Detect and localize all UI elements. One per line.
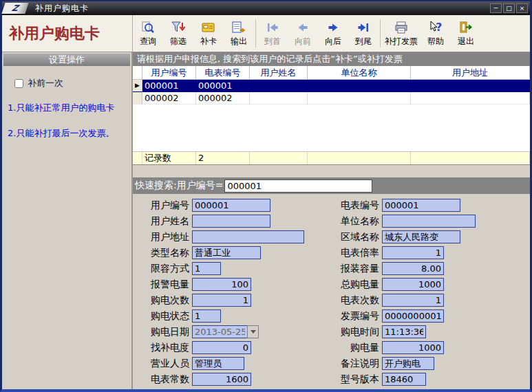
reprint-invoice-button[interactable]: 补打发票 bbox=[382, 15, 421, 52]
toolbar-buttons: 查询 筛选 补卡 输出 bbox=[133, 15, 481, 52]
purchase-time-field[interactable] bbox=[382, 325, 426, 338]
installed-capacity-label: 报装容量 bbox=[308, 263, 382, 275]
card-icon bbox=[201, 20, 216, 35]
meter-id-label: 电表编号 bbox=[308, 199, 382, 212]
go-last-button[interactable]: 到尾 bbox=[348, 15, 379, 52]
purchase-date-label: 购电日期 bbox=[133, 326, 192, 338]
toolbar-separator bbox=[380, 19, 381, 47]
user-name-label: 用户姓名 bbox=[133, 215, 192, 228]
remark-field[interactable] bbox=[382, 357, 434, 370]
purchase-count-field[interactable] bbox=[192, 294, 251, 307]
maximize-button[interactable]: □ bbox=[503, 3, 515, 13]
grid-col-user-address[interactable]: 用户地址 bbox=[411, 66, 530, 79]
invoice-no-field[interactable] bbox=[382, 309, 444, 323]
query-button[interactable]: 查询 bbox=[133, 15, 163, 52]
filter-button-label: 筛选 bbox=[170, 36, 187, 47]
meter-constant-field[interactable] bbox=[192, 373, 251, 386]
region-name-label: 区域名称 bbox=[308, 231, 382, 243]
table-row[interactable]: 000002 000002 bbox=[133, 92, 530, 105]
model-version-label: 型号版本 bbox=[308, 373, 382, 386]
installed-capacity-field[interactable] bbox=[382, 262, 444, 275]
user-address-label: 用户地址 bbox=[133, 231, 192, 243]
purchase-date-combo[interactable] bbox=[192, 325, 259, 338]
reprint-invoice-icon bbox=[394, 20, 409, 35]
operator-field[interactable] bbox=[192, 357, 244, 370]
first-icon bbox=[266, 20, 279, 35]
purchase-date-field[interactable] bbox=[192, 325, 247, 338]
purchase-status-label: 购电状态 bbox=[133, 310, 192, 323]
go-next-button[interactable]: 向后 bbox=[318, 15, 348, 52]
cell-user-id[interactable]: 000001 bbox=[142, 80, 196, 92]
reprint-invoice-button-label: 补打发票 bbox=[385, 36, 418, 47]
meter-constant-label: 电表常数 bbox=[133, 373, 192, 386]
grid-col-meter-id[interactable]: 电表编号 bbox=[196, 66, 250, 79]
user-name-field[interactable] bbox=[192, 215, 270, 228]
next-icon bbox=[326, 20, 340, 35]
table-row[interactable]: ▶ 000001 000001 bbox=[133, 80, 530, 92]
chevron-down-icon[interactable] bbox=[247, 325, 259, 338]
app-window: Z 补用户购电卡 ─ □ × 补用户购电卡 查询 筛选 bbox=[0, 0, 532, 392]
total-energy-field[interactable] bbox=[382, 278, 444, 291]
reissue-card-button[interactable]: 补卡 bbox=[193, 15, 224, 52]
quick-search-label: 快速搜索:用户编号= bbox=[135, 179, 223, 192]
go-next-button-label: 向后 bbox=[325, 36, 341, 47]
close-button[interactable]: × bbox=[516, 3, 528, 13]
cell-meter-id[interactable]: 000001 bbox=[196, 80, 250, 92]
adjust-energy-field[interactable] bbox=[192, 341, 251, 354]
grid-empty-area bbox=[133, 105, 530, 151]
record-count-selector-cell bbox=[133, 152, 142, 164]
type-name-field[interactable] bbox=[192, 246, 261, 259]
prev-once-checkbox-row[interactable]: 补前一次 bbox=[14, 77, 130, 89]
cell-user-address[interactable] bbox=[411, 80, 530, 92]
limit-mode-field[interactable] bbox=[192, 262, 221, 275]
model-version-field[interactable] bbox=[382, 373, 426, 386]
quick-search-input[interactable] bbox=[224, 179, 372, 193]
filter-icon bbox=[171, 20, 186, 35]
query-button-label: 查询 bbox=[140, 36, 156, 47]
exit-icon bbox=[458, 20, 474, 35]
cell-meter-id[interactable]: 000002 bbox=[196, 92, 250, 105]
minimize-button[interactable]: ─ bbox=[490, 3, 502, 13]
meter-ratio-field[interactable] bbox=[382, 246, 444, 259]
current-row-marker-icon: ▶ bbox=[133, 80, 142, 92]
cell-user-name[interactable] bbox=[250, 92, 308, 105]
grid-col-user-name[interactable]: 用户姓名 bbox=[250, 66, 308, 79]
unit-name-field[interactable] bbox=[382, 215, 476, 228]
sidebar-note-1: 1.只能补正常用户的购电卡 bbox=[8, 102, 126, 115]
alarm-energy-label: 报警电量 bbox=[133, 279, 192, 291]
adjust-energy-label: 找补电度 bbox=[133, 342, 192, 354]
help-icon: ? bbox=[428, 20, 443, 35]
go-first-button-label: 到首 bbox=[264, 36, 281, 47]
purchase-status-field[interactable] bbox=[192, 309, 221, 323]
sidebar-note-2: 2.只能补打最后一次发票。 bbox=[8, 127, 126, 140]
region-name-field[interactable] bbox=[382, 230, 460, 243]
grid-col-unit-name[interactable]: 单位名称 bbox=[308, 66, 411, 79]
go-first-button: 到首 bbox=[257, 15, 288, 52]
output-button[interactable]: 输出 bbox=[224, 15, 254, 52]
meter-id-field[interactable] bbox=[382, 199, 460, 212]
grid-col-user-id[interactable]: 用户编号 bbox=[142, 66, 196, 79]
meter-count-field[interactable] bbox=[382, 294, 444, 307]
filter-button[interactable]: 筛选 bbox=[163, 15, 193, 52]
alarm-energy-field[interactable] bbox=[192, 278, 251, 291]
cell-user-address[interactable] bbox=[411, 92, 530, 105]
cell-unit-name[interactable] bbox=[308, 80, 411, 92]
record-count-label: 记录数 bbox=[142, 152, 196, 164]
help-button[interactable]: ? 帮助 bbox=[421, 15, 451, 52]
main-panel: 请根据用户申报信息, 搜索到该用户的记录后点击“补卡”或补打发票 用户编号 电表… bbox=[133, 52, 530, 389]
sidebar-header: 设置操作 bbox=[3, 54, 130, 66]
meter-count-label: 电表次数 bbox=[308, 294, 382, 307]
user-address-field[interactable] bbox=[192, 230, 304, 243]
row-selector-cell bbox=[133, 92, 142, 105]
instruction-bar: 请根据用户申报信息, 搜索到该用户的记录后点击“补卡”或补打发票 bbox=[133, 52, 530, 66]
title-bar: Z 补用户购电卡 ─ □ × bbox=[2, 1, 530, 15]
cell-user-id[interactable]: 000002 bbox=[142, 92, 196, 105]
purchase-energy-field[interactable] bbox=[382, 341, 444, 354]
type-name-label: 类型名称 bbox=[133, 247, 192, 259]
exit-button[interactable]: 退出 bbox=[451, 15, 481, 52]
cell-unit-name[interactable] bbox=[308, 92, 411, 105]
meter-ratio-label: 电表倍率 bbox=[308, 247, 382, 259]
cell-user-name[interactable] bbox=[250, 80, 308, 92]
user-id-field[interactable] bbox=[192, 199, 270, 212]
prev-once-checkbox[interactable] bbox=[14, 79, 23, 88]
